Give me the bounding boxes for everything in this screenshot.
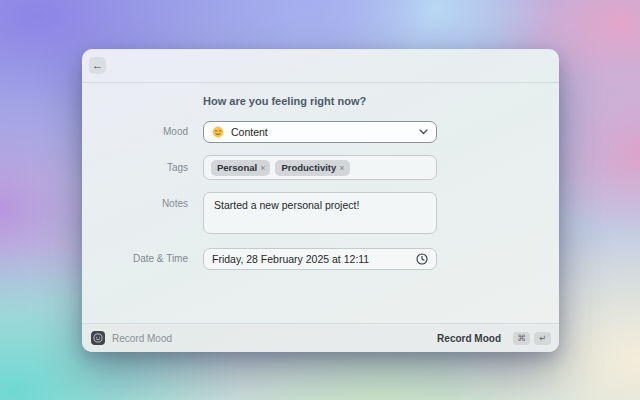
tag-chip-text: Personal bbox=[217, 162, 257, 173]
tag-chip: Personal × bbox=[211, 160, 270, 176]
return-key-icon: ↵ bbox=[534, 332, 551, 345]
mood-emoji-icon bbox=[212, 126, 224, 138]
clock-icon[interactable] bbox=[416, 253, 428, 265]
tags-input[interactable]: Personal × Productivity × bbox=[203, 155, 437, 180]
back-button[interactable]: ← bbox=[89, 57, 106, 74]
record-mood-window: ← How are you feeling right now? Mood Co… bbox=[82, 49, 559, 352]
window-footer: Record Mood Record Mood ⌘ ↵ bbox=[82, 323, 559, 352]
tag-chip-text: Productivity bbox=[281, 162, 336, 173]
notes-label: Notes bbox=[82, 197, 188, 211]
app-smiley-icon bbox=[91, 331, 105, 345]
tags-label: Tags bbox=[82, 155, 188, 180]
datetime-input[interactable]: Friday, 28 February 2025 at 12:11 bbox=[203, 248, 437, 270]
mood-dropdown[interactable]: Content bbox=[203, 121, 437, 143]
datetime-value: Friday, 28 February 2025 at 12:11 bbox=[212, 253, 369, 265]
chevron-down-icon bbox=[419, 129, 428, 135]
form-title: How are you feeling right now? bbox=[203, 95, 366, 107]
window-header: ← bbox=[82, 49, 559, 83]
datetime-label: Date & Time bbox=[82, 248, 188, 270]
record-mood-action-label: Record Mood bbox=[437, 333, 501, 344]
mood-label: Mood bbox=[82, 121, 188, 143]
footer-app-name: Record Mood bbox=[112, 333, 172, 344]
command-key-icon: ⌘ bbox=[513, 332, 530, 345]
tag-remove-icon[interactable]: × bbox=[339, 163, 344, 173]
notes-textarea[interactable]: Started a new personal project! bbox=[203, 192, 437, 234]
tag-remove-icon[interactable]: × bbox=[260, 163, 265, 173]
tag-chip: Productivity × bbox=[275, 160, 349, 176]
mood-selected-value: Content bbox=[231, 126, 268, 138]
record-mood-action[interactable]: Record Mood ⌘ ↵ bbox=[437, 332, 551, 345]
